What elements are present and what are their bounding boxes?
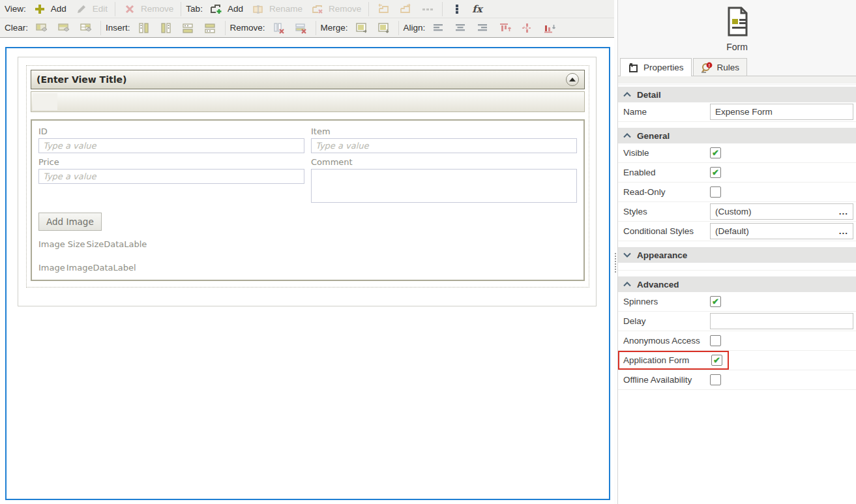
move-tab-right-icon [398, 2, 413, 16]
move-tab-right-button[interactable] [394, 1, 417, 18]
ellipsis-icon[interactable]: ... [839, 226, 848, 236]
clear-cell-icon [79, 21, 93, 35]
expression-button[interactable]: fx [468, 2, 486, 16]
move-tab-left-button[interactable] [372, 1, 394, 18]
delay-input[interactable] [710, 313, 853, 329]
edit-view-button[interactable]: Edit [70, 1, 111, 18]
property-row-conditional-styles: Conditional Styles (Default) ... [618, 222, 856, 241]
tab-rules[interactable]: ! Rules [693, 58, 748, 76]
application-form-label: Application Form [623, 355, 711, 365]
align-middle-button[interactable] [516, 20, 539, 37]
align-left-button[interactable] [428, 20, 450, 37]
add-tab-button[interactable]: Add [205, 1, 247, 18]
section-title: General [637, 131, 670, 141]
ellipsis-icon[interactable]: ... [839, 207, 848, 216]
remove-view-button[interactable]: Remove [119, 1, 177, 18]
styles-picker[interactable]: (Custom) ... [710, 203, 853, 220]
align-center-icon [454, 21, 468, 35]
merge-down-icon [377, 21, 391, 35]
properties-panel: Form Properties ! Rules Detail [617, 0, 856, 504]
insert-column-right-icon [159, 21, 173, 35]
rename-tab-button[interactable]: Rename [247, 1, 306, 18]
section-title: Detail [637, 90, 661, 100]
view-title-bar[interactable]: (Enter View Title) [31, 70, 585, 89]
align-center-button[interactable] [450, 20, 472, 37]
design-canvas[interactable]: (Enter View Title) ID [0, 38, 614, 504]
insert-column-left-button[interactable] [133, 20, 155, 37]
designer-left-region: View: Add Edit Remove Tab: [0, 0, 614, 504]
clear-column-button[interactable] [31, 20, 53, 37]
merge-right-button[interactable] [351, 20, 373, 37]
comment-field-textarea[interactable] [311, 169, 577, 203]
align-middle-icon [520, 21, 535, 35]
splitter-drag-handle[interactable] [615, 253, 616, 273]
insert-row-below-button[interactable] [199, 20, 222, 37]
tab-properties[interactable]: Properties [620, 58, 692, 76]
align-right-button[interactable] [472, 20, 494, 37]
insert-column-left-icon [137, 21, 151, 35]
merge-group-label: Merge: [321, 23, 348, 33]
view-title: (Enter View Title) [37, 74, 126, 85]
section-appearance[interactable]: Appearance [618, 247, 856, 263]
view-container[interactable]: (Enter View Title) ID [18, 57, 597, 306]
clear-row-icon [57, 21, 71, 35]
align-top-icon [498, 21, 512, 35]
comment-field-label: Comment [311, 157, 577, 167]
image-size-line: Image SizeSizeDataLable [38, 239, 577, 249]
insert-row-above-button[interactable] [177, 20, 199, 37]
remove-row-button[interactable] [290, 20, 312, 37]
section-detail[interactable]: Detail [618, 87, 856, 102]
add-view-button[interactable]: Add [29, 1, 70, 18]
image-data-label: ImageDataLabel [66, 263, 136, 273]
property-row-delay: Delay [618, 312, 856, 331]
merge-down-button[interactable] [373, 20, 395, 37]
clear-cell-button[interactable] [75, 20, 97, 37]
property-row-name: Name [618, 102, 856, 122]
item-field-label: Item [311, 126, 577, 136]
section-advanced[interactable]: Advanced [618, 276, 856, 292]
enabled-label: Enabled [623, 168, 710, 177]
readonly-checkbox[interactable] [710, 186, 721, 198]
view-toolbar-strip[interactable] [31, 91, 585, 112]
chevron-up-icon [623, 92, 631, 97]
align-top-button[interactable] [494, 20, 516, 37]
panel-tabs: Properties ! Rules [618, 58, 856, 76]
view-drop-zone[interactable]: (Enter View Title) ID [26, 65, 589, 288]
remove-column-button[interactable] [268, 20, 290, 37]
name-label: Name [623, 107, 710, 117]
clear-row-button[interactable] [53, 20, 75, 37]
id-field-input[interactable] [38, 138, 304, 153]
anonymous-access-checkbox[interactable] [710, 335, 721, 346]
toolbar-separator [442, 2, 443, 16]
align-group-label: Align: [404, 23, 426, 33]
application-form-checkbox[interactable] [711, 355, 722, 366]
form-control-icon [724, 7, 750, 37]
align-bottom-button[interactable] [539, 20, 561, 37]
svg-text:!: ! [708, 63, 709, 68]
view-content-box[interactable]: ID Item Price [31, 119, 585, 281]
view-group-label: View: [5, 4, 26, 14]
enabled-checkbox[interactable] [710, 167, 721, 178]
toolbar-row-layout: Clear: Insert: [0, 18, 614, 37]
spinners-checkbox[interactable] [710, 296, 721, 307]
more-tabs-button[interactable] [417, 1, 439, 18]
remove-tab-button[interactable]: Remove [306, 1, 365, 18]
conditional-styles-picker[interactable]: (Default) ... [710, 223, 853, 239]
add-image-button[interactable]: Add Image [38, 213, 102, 231]
layout-options-button[interactable] [446, 1, 468, 18]
insert-column-right-button[interactable] [155, 20, 177, 37]
visible-checkbox[interactable] [710, 147, 721, 158]
add-tab-icon [209, 2, 224, 16]
remove-tab-icon [310, 2, 325, 16]
item-field-input[interactable] [311, 138, 577, 153]
name-input[interactable] [710, 104, 853, 120]
collapse-view-button[interactable] [566, 73, 579, 86]
price-field-input[interactable] [38, 169, 304, 184]
offline-availability-checkbox[interactable] [710, 374, 721, 385]
merge-right-icon [355, 21, 369, 35]
tab-rules-label: Rules [717, 63, 740, 72]
section-general[interactable]: General [618, 128, 856, 143]
align-right-icon [476, 21, 490, 35]
visible-label: Visible [623, 148, 710, 158]
form-selection-outline[interactable]: (Enter View Title) ID [5, 47, 610, 500]
